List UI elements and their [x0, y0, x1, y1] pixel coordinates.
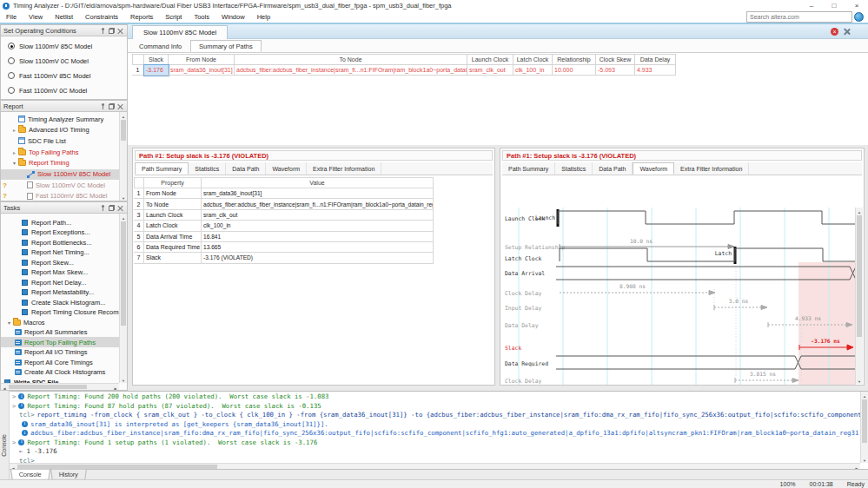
- cell-property[interactable]: Data Required Time: [144, 242, 202, 253]
- tab-path-summary[interactable]: Path Summary: [135, 162, 189, 175]
- macro-create-all-clock-histograms[interactable]: Create All Clock Histograms: [1, 367, 119, 378]
- tasks-macros-group[interactable]: Macros: [1, 317, 119, 327]
- menu-netlist[interactable]: Netlist: [49, 11, 79, 23]
- scroll-down-icon[interactable]: [861, 456, 868, 463]
- task-report-metastability[interactable]: Report Metastability...: [1, 287, 119, 298]
- tab-slow-1100mv-85c-model[interactable]: Slow 1100mV 85C Model: [132, 25, 228, 39]
- report-item-slow-0c[interactable]: ? Slow 1100mV 0C Model: [1, 180, 119, 190]
- chevron-down-icon[interactable]: [5, 319, 13, 326]
- subtab-command-info[interactable]: Command Info: [131, 40, 189, 52]
- task-report-max-skew[interactable]: Report Max Skew...: [1, 267, 119, 278]
- chevron-down-icon[interactable]: [10, 159, 18, 167]
- cell-num[interactable]: 7: [134, 253, 144, 263]
- report-item-slow-85c-selected[interactable]: Slow 1100mV 85C Model: [1, 169, 119, 180]
- minimize-button[interactable]: –: [800, 2, 823, 10]
- task-report-net-delay[interactable]: Report Net Delay...: [1, 277, 119, 287]
- col-launch-clock[interactable]: Launch Clock: [467, 54, 514, 65]
- menu-tools[interactable]: Tools: [188, 11, 215, 23]
- tab-extra-fitter-information[interactable]: Extra Fitter Information: [674, 162, 749, 175]
- cell-num[interactable]: 5: [134, 232, 144, 242]
- cell-property[interactable]: Slack: [144, 253, 202, 263]
- scrollbar-thumb[interactable]: [857, 215, 862, 337]
- menu-view[interactable]: View: [23, 11, 49, 23]
- task-timing-closure[interactable]: Report Timing Closure Recommendations: [1, 307, 119, 318]
- cell-relationship[interactable]: 10.000: [553, 65, 596, 76]
- waveform-scrollbar[interactable]: [855, 208, 863, 384]
- pin-icon[interactable]: [99, 204, 107, 212]
- col-relationship[interactable]: Relationship: [553, 54, 596, 65]
- cell-to-node[interactable]: adcbus_fiber:adcbus_fiber_instance|sram_…: [235, 65, 467, 76]
- macro-report-all-io-timings[interactable]: Report All I/O Timings: [1, 347, 119, 358]
- macro-report-top-failing-paths-selected[interactable]: Report Top Failing Paths: [1, 337, 119, 347]
- scroll-right-icon[interactable]: [112, 384, 119, 390]
- close-icon[interactable]: [116, 204, 124, 212]
- radio-option-fast-85c[interactable]: Fast 1100mV 85C Model: [1, 70, 119, 81]
- tasks-h-scrollbar[interactable]: [1, 383, 119, 390]
- radio-icon[interactable]: [8, 43, 15, 49]
- radio-icon[interactable]: [8, 87, 15, 94]
- cell-property[interactable]: Data Arrival Time: [144, 232, 202, 242]
- report-item-summary[interactable]: Timing Analyzer Summary: [1, 114, 119, 124]
- scrollbar-thumb[interactable]: [121, 221, 126, 326]
- task-create-slack-histogram[interactable]: Create Slack Histogram...: [1, 297, 119, 307]
- chevron-right-icon[interactable]: [10, 126, 18, 134]
- task-report-net-timing[interactable]: Report Net Timing...: [1, 247, 119, 258]
- expand-icon[interactable]: >: [12, 402, 16, 410]
- macro-report-all-summaries[interactable]: Report All Summaries: [1, 327, 119, 338]
- cell-property[interactable]: To Node: [144, 199, 202, 209]
- scroll-up-icon[interactable]: [856, 208, 863, 214]
- col-clock-skew[interactable]: Clock Skew: [596, 54, 635, 65]
- float-icon[interactable]: [108, 102, 116, 110]
- cell-from-node[interactable]: sram_data36_inout[31]: [169, 65, 235, 76]
- scroll-up-icon[interactable]: [861, 392, 868, 399]
- radio-option-slow-85c[interactable]: Slow 1100mV 85C Model: [1, 41, 119, 51]
- cell-data-delay[interactable]: 4.933: [635, 65, 676, 76]
- pin-icon[interactable]: [99, 27, 107, 35]
- report-item-top-failing-paths[interactable]: Top Failing Paths: [1, 147, 119, 157]
- chevron-right-icon[interactable]: [10, 148, 18, 156]
- scroll-down-icon[interactable]: [856, 377, 863, 384]
- cell-slack-selected[interactable]: -3.176: [144, 65, 169, 76]
- cell-num[interactable]: 4: [134, 221, 144, 231]
- cell-property[interactable]: Latch Clock: [144, 221, 202, 231]
- search-input[interactable]: [747, 14, 851, 20]
- col-data-delay[interactable]: Data Delay: [635, 54, 676, 65]
- maximize-button[interactable]: □: [823, 2, 845, 10]
- tab-console[interactable]: Console: [10, 470, 50, 480]
- cell-value[interactable]: sram_data36_inout[31]: [202, 188, 434, 199]
- float-icon[interactable]: [108, 27, 116, 35]
- radio-icon[interactable]: [8, 72, 15, 79]
- subtab-summary-of-paths[interactable]: Summary of Paths: [190, 40, 262, 52]
- cell-clock-skew[interactable]: -5.093: [596, 65, 635, 76]
- float-icon[interactable]: [108, 204, 116, 212]
- cell-value[interactable]: clk_100_in: [202, 221, 434, 231]
- menu-file[interactable]: File: [0, 11, 23, 23]
- cell-value[interactable]: adcbus_fiber:adcbus_fiber_instance|sram_…: [202, 199, 434, 209]
- task-report-exceptions[interactable]: Report Exceptions...: [1, 228, 119, 238]
- cell-value[interactable]: -3.176 (VIOLATED): [202, 253, 434, 263]
- cell-launch-clock[interactable]: sram_clk_out: [467, 65, 514, 76]
- scroll-up-icon[interactable]: [120, 214, 127, 221]
- scrollbar-thumb[interactable]: [121, 120, 126, 141]
- report-item-fast-85c[interactable]: ? Fast 1100mV 85C Model: [1, 191, 119, 201]
- tab-path-summary[interactable]: Path Summary: [502, 162, 555, 175]
- radio-option-fast-0c[interactable]: Fast 1100mV 0C Model: [1, 85, 119, 96]
- detach-pane-icon[interactable]: [843, 28, 851, 36]
- col-from-node[interactable]: From Node: [169, 54, 235, 65]
- tab-statistics[interactable]: Statistics: [189, 162, 226, 175]
- cell-value[interactable]: sram_clk_out: [202, 210, 434, 221]
- report-item-report-timing[interactable]: Report Timing: [1, 158, 119, 168]
- close-report-icon[interactable]: [831, 28, 838, 36]
- task-report-path[interactable]: Report Path...: [1, 217, 119, 228]
- expand-icon[interactable]: >: [12, 439, 16, 446]
- cell-value[interactable]: 13.665: [202, 242, 434, 253]
- tab-data-path[interactable]: Data Path: [593, 162, 633, 175]
- radio-option-slow-0c[interactable]: Slow 1100mV 0C Model: [1, 56, 119, 66]
- cell-property[interactable]: Launch Clock: [144, 210, 202, 221]
- menu-reports[interactable]: Reports: [124, 11, 159, 23]
- tab-extra-fitter-information[interactable]: Extra Fitter Information: [307, 162, 381, 175]
- cell-property[interactable]: From Node: [144, 188, 202, 199]
- console-v-scrollbar[interactable]: [860, 392, 868, 463]
- task-report-skew[interactable]: Report Skew...: [1, 257, 119, 267]
- col-latch-clock[interactable]: Latch Clock: [514, 54, 553, 65]
